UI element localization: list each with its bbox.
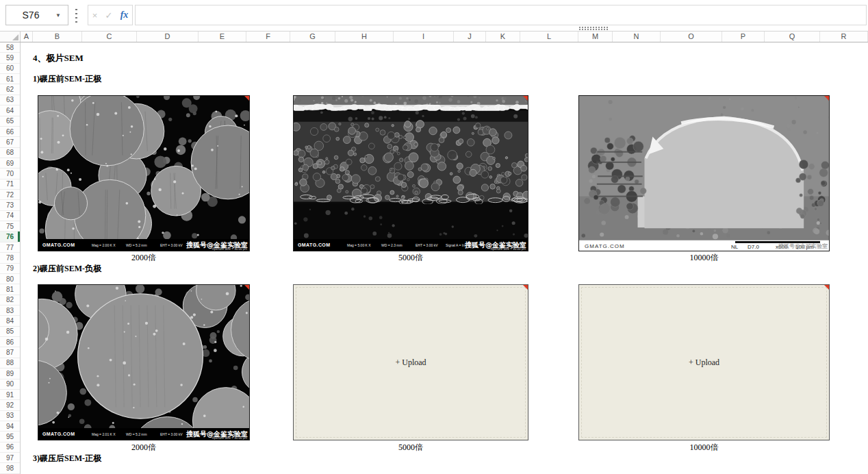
sem-image-cathode-2000x[interactable]: GMATG.COM Mag = 2.00 K X WD = 5.2 mm EHT… (38, 95, 250, 251)
row-header-65[interactable]: 65 (0, 116, 20, 127)
sem-site-label: GMATG.COM (298, 242, 330, 247)
column-header-H[interactable]: H (335, 32, 394, 42)
column-header-O[interactable]: O (661, 32, 722, 42)
caption-2000x-1: 2000倍 (38, 253, 250, 263)
sem-image-crosssection-5000x[interactable]: GMATG.COM Mag = 5.00 K X WD = 2.3 mm EHT… (293, 95, 528, 251)
row-header-74[interactable]: 74 (0, 211, 20, 221)
sem-info-bar: GMATG.COM Mag = 2.00 K X WD = 5.2 mm EHT… (38, 239, 249, 251)
row-header-79[interactable]: 79 (0, 264, 20, 274)
row-header-61[interactable]: 61 (0, 74, 20, 84)
row-header-91[interactable]: 91 (0, 390, 20, 400)
sem-site-label: GMATG.COM (42, 432, 75, 436)
row-header-64[interactable]: 64 (0, 105, 20, 116)
sem-site-label: GMATG.COM (42, 242, 75, 247)
row-header-87[interactable]: 87 (0, 347, 20, 358)
sheet-body: 5859606162636465666768697071727374757677… (0, 42, 868, 474)
row-header-82[interactable]: 82 (0, 295, 20, 305)
row-header-78[interactable]: 78 (0, 253, 20, 263)
sem-micrograph-art (38, 285, 249, 428)
row-header-86[interactable]: 86 (0, 337, 20, 347)
name-box-value: S76 (6, 10, 55, 21)
row-header-75[interactable]: 75 (0, 221, 20, 232)
sem-mag-label: Mag = 2.00 K X (92, 243, 116, 247)
spreadsheet-app: S76 ▼ × ✓ fx ABCDEFGHIJKLMNOPQR 58596061… (0, 0, 868, 474)
formula-bar-resize-handle[interactable] (579, 27, 609, 30)
row-header-84[interactable]: 84 (0, 316, 20, 326)
enter-icon[interactable]: ✓ (105, 10, 112, 21)
column-header-R[interactable]: R (820, 32, 868, 42)
column-header-F[interactable]: F (246, 32, 290, 42)
row-header-69[interactable]: 69 (0, 158, 20, 169)
sem-eht-label: EHT = 3.00 kV (160, 432, 183, 436)
row-headers: 5859606162636465666768697071727374757677… (0, 42, 21, 474)
row-header-71[interactable]: 71 (0, 179, 20, 190)
column-header-L[interactable]: L (520, 32, 578, 42)
upload-button[interactable]: + Upload (296, 287, 526, 438)
row-header-80[interactable]: 80 (0, 274, 20, 284)
column-header-I[interactable]: I (394, 32, 454, 42)
column-header-Q[interactable]: Q (765, 32, 820, 42)
caption-5000x-2: 5000倍 (293, 442, 528, 453)
subsection-1-label: 1)碾压前SEM-正极 (33, 73, 101, 85)
row-header-66[interactable]: 66 (0, 127, 20, 137)
sheet-canvas[interactable]: 4、极片SEM 1)碾压前SEM-正极 GMATG.COM Mag = 2.00… (21, 42, 868, 474)
sem-micrograph-art (579, 96, 829, 240)
name-box-dropdown-icon[interactable]: ▼ (55, 12, 68, 18)
row-header-63[interactable]: 63 (0, 95, 20, 105)
sem-nl-label: NL (731, 244, 738, 250)
column-header-K[interactable]: K (486, 32, 520, 42)
column-header-G[interactable]: G (290, 32, 335, 42)
row-header-96[interactable]: 96 (0, 442, 20, 453)
row-header-89[interactable]: 89 (0, 369, 20, 379)
row-header-92[interactable]: 92 (0, 400, 20, 410)
column-header-J[interactable]: J (454, 32, 486, 42)
sem-micrograph-art (294, 96, 528, 239)
formula-buttons: × ✓ fx (88, 5, 133, 25)
row-header-88[interactable]: 88 (0, 358, 20, 369)
row-header-68[interactable]: 68 (0, 148, 20, 158)
row-header-73[interactable]: 73 (0, 200, 20, 210)
column-header-C[interactable]: C (82, 32, 137, 42)
row-header-77[interactable]: 77 (0, 242, 20, 253)
sem-eht-label: EHT = 3.00 kV (416, 243, 438, 247)
upload-button[interactable]: + Upload (581, 287, 827, 438)
row-header-67[interactable]: 67 (0, 137, 20, 147)
row-header-93[interactable]: 93 (0, 411, 20, 421)
row-header-72[interactable]: 72 (0, 190, 20, 200)
name-box[interactable]: S76 ▼ (5, 5, 68, 25)
row-header-83[interactable]: 83 (0, 305, 20, 316)
formula-bar-input[interactable] (135, 5, 867, 25)
column-header-N[interactable]: N (613, 32, 661, 42)
sem-image-anode-2000x[interactable]: GMATG.COM Mag = 2.01 K X WD = 5.2 mm EHT… (38, 284, 250, 440)
row-header-76[interactable]: 76 (0, 232, 20, 242)
row-header-97[interactable]: 97 (0, 453, 20, 463)
column-header-M[interactable]: M (578, 32, 613, 42)
sem-info-bar-white: GMATG.COM NL D7.0 x600 100 µm 搜狐号@金鉴实验室 (579, 240, 829, 251)
row-header-85[interactable]: 85 (0, 327, 20, 337)
sem-image-crosssection-10000x[interactable]: GMATG.COM NL D7.0 x600 100 µm 搜狐号@金鉴实验室 (578, 95, 830, 251)
sem-info-bar: GMATG.COM Mag = 2.01 K X WD = 5.2 mm EHT… (38, 428, 249, 440)
row-header-58[interactable]: 58 (0, 42, 20, 53)
row-header-95[interactable]: 95 (0, 432, 20, 442)
row-header-60[interactable]: 60 (0, 64, 20, 74)
row-header-70[interactable]: 70 (0, 169, 20, 179)
row-header-59[interactable]: 59 (0, 53, 20, 63)
upload-placeholder-5000x[interactable]: + Upload (293, 284, 528, 440)
row-header-94[interactable]: 94 (0, 421, 20, 432)
cancel-icon[interactable]: × (92, 10, 98, 21)
column-header-P[interactable]: P (722, 32, 765, 42)
column-header-D[interactable]: D (137, 32, 199, 42)
comment-marker-icon (523, 96, 528, 101)
sem-aperture-label: Aperture Size = 30.00 µm (212, 247, 247, 251)
select-all-corner[interactable] (0, 32, 21, 42)
column-header-B[interactable]: B (33, 32, 82, 42)
column-header-E[interactable]: E (199, 32, 246, 42)
toolbar-drag-dots-icon (75, 9, 77, 23)
insert-function-icon[interactable]: fx (120, 10, 129, 21)
row-header-98[interactable]: 98 (0, 463, 20, 473)
row-header-90[interactable]: 90 (0, 379, 20, 390)
row-header-62[interactable]: 62 (0, 84, 20, 95)
row-header-81[interactable]: 81 (0, 284, 20, 295)
column-header-A[interactable]: A (21, 32, 33, 42)
upload-placeholder-10000x[interactable]: + Upload (578, 284, 830, 440)
